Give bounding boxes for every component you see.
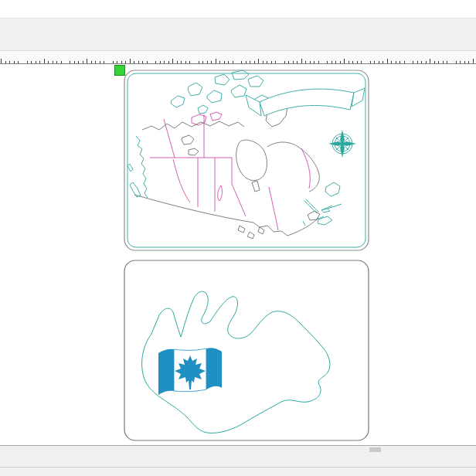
ruler-minor-tick xyxy=(387,59,388,63)
ruler-minor-tick xyxy=(56,61,57,63)
ruler-minor-tick xyxy=(185,61,186,63)
ruler-minor-tick xyxy=(332,61,332,63)
ruler-minor-tick xyxy=(160,61,161,63)
ruler-minor-tick xyxy=(39,61,40,63)
ruler-minor-tick xyxy=(14,61,15,63)
ruler-minor-tick xyxy=(48,61,49,63)
ruler-minor-tick xyxy=(297,61,298,63)
ruler-minor-tick xyxy=(374,61,375,63)
scrollbar-thumb[interactable] xyxy=(369,447,381,452)
ruler-minor-tick xyxy=(263,61,264,63)
ruler-minor-tick xyxy=(327,61,328,63)
ruler-minor-tick xyxy=(370,61,371,63)
ruler-minor-tick xyxy=(216,59,216,63)
ruler-minor-tick xyxy=(168,61,169,63)
ruler-minor-tick xyxy=(246,61,246,63)
ruler-minor-tick xyxy=(233,61,233,63)
ruler-minor-tick xyxy=(293,61,294,63)
ruler-minor-tick xyxy=(199,61,199,63)
ruler-minor-tick xyxy=(113,61,114,63)
ruler-minor-tick xyxy=(417,61,418,63)
ruler-minor-tick xyxy=(460,61,461,63)
ruler-minor-tick xyxy=(134,61,134,63)
ruler-minor-tick xyxy=(177,61,178,63)
horizontal-ruler[interactable] xyxy=(0,50,476,64)
ruler-minor-tick xyxy=(142,61,143,63)
ruler-minor-tick xyxy=(117,61,117,63)
menu-bar xyxy=(0,0,476,18)
laser-position-marker[interactable] xyxy=(114,65,125,76)
ruler-minor-tick xyxy=(5,61,6,63)
ruler-minor-tick xyxy=(83,61,83,63)
document-map-of-canada[interactable] xyxy=(124,70,369,251)
ruler-minor-tick xyxy=(382,61,383,63)
ruler-minor-tick xyxy=(464,61,465,63)
ruler-minor-tick xyxy=(340,61,341,63)
ruler-minor-tick xyxy=(61,61,62,63)
ruler-minor-tick xyxy=(95,61,96,63)
ruler-minor-tick xyxy=(310,61,311,63)
ruler-minor-tick xyxy=(202,61,203,63)
ruler-minor-tick xyxy=(288,61,289,63)
ruler-minor-tick xyxy=(31,61,32,63)
ruler-minor-tick xyxy=(121,61,122,63)
ruler-minor-tick xyxy=(396,61,396,63)
ruler-minor-tick xyxy=(344,59,345,63)
ruler-minor-tick xyxy=(27,61,28,63)
map-borders-pink xyxy=(150,112,310,230)
ruler-minor-tick xyxy=(147,61,148,63)
ruler-minor-tick xyxy=(125,61,126,63)
ruler-minor-tick xyxy=(335,61,336,63)
ruler-minor-tick xyxy=(1,59,2,63)
ruler-minor-tick xyxy=(379,61,379,63)
ruler-minor-tick xyxy=(391,61,392,63)
ruler-minor-tick xyxy=(267,61,267,63)
ruler-minor-tick xyxy=(228,61,229,63)
ruler-minor-tick xyxy=(430,59,430,63)
ruler-minor-tick xyxy=(361,61,362,63)
ruler-minor-tick xyxy=(473,59,474,63)
ruler-minor-tick xyxy=(318,61,319,63)
ruler-minor-tick xyxy=(434,61,435,63)
ruler-minor-tick xyxy=(36,61,36,63)
ruler-minor-tick xyxy=(357,61,358,63)
ruler-minor-tick xyxy=(155,61,156,63)
ruler-minor-tick xyxy=(164,61,165,63)
ruler-minor-tick xyxy=(207,61,208,63)
ruler-minor-tick xyxy=(219,61,220,63)
doc-border xyxy=(124,260,369,440)
ruler-minor-tick xyxy=(130,59,131,63)
ruler-minor-tick xyxy=(241,61,242,63)
ruler-minor-tick xyxy=(87,59,87,63)
ruler-minor-tick xyxy=(413,61,413,63)
horizontal-scrollbar[interactable] xyxy=(0,445,476,454)
ruler-minor-tick xyxy=(53,61,53,63)
ruler-minor-tick xyxy=(181,61,182,63)
ruler-minor-tick xyxy=(284,61,285,63)
ruler-minor-tick xyxy=(271,61,272,63)
ruler-minor-tick xyxy=(348,61,349,63)
ruler-minor-tick xyxy=(172,59,173,63)
ruler-minor-tick xyxy=(18,61,19,63)
canada-flag xyxy=(158,348,222,395)
ruler-minor-tick xyxy=(352,61,353,63)
ruler-minor-tick xyxy=(224,61,225,63)
ruler-minor-tick xyxy=(468,61,469,63)
toolbar-row-1 xyxy=(0,18,476,35)
ruler-minor-tick xyxy=(250,61,250,63)
ruler-minor-tick xyxy=(100,61,100,63)
color-palette xyxy=(0,454,476,467)
ruler-minor-tick xyxy=(74,61,75,63)
ruler-minor-tick xyxy=(314,61,314,63)
ruler-minor-tick xyxy=(258,59,259,63)
ruler-minor-tick xyxy=(443,61,444,63)
document-canada-flag[interactable] xyxy=(124,260,369,441)
canvas[interactable] xyxy=(0,64,476,445)
ruler-minor-tick xyxy=(78,61,79,63)
ruler-minor-tick xyxy=(456,61,457,63)
ruler-minor-tick xyxy=(211,61,212,63)
toolbar-row-2 xyxy=(0,35,476,50)
app-window xyxy=(0,0,476,476)
ruler-minor-tick xyxy=(275,61,276,63)
ruler-minor-tick xyxy=(189,61,190,63)
